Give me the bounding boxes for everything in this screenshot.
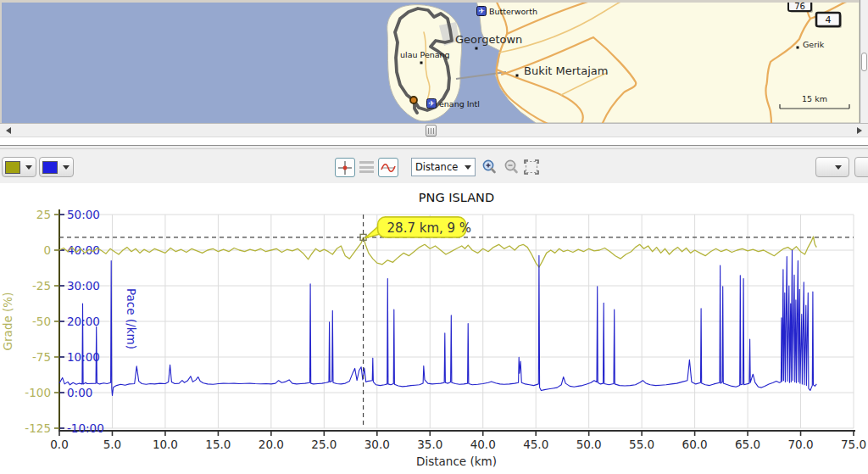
city-dot-gerik <box>797 47 799 49</box>
crosshair-toggle-button[interactable] <box>335 158 355 177</box>
pace-tick-label: -10:00 <box>67 421 104 435</box>
airport-icon-penang-intl: ✈ <box>427 99 437 109</box>
chart-toolbar: Distance <box>0 149 868 183</box>
map-label-butterworth: Butterworth <box>489 7 537 16</box>
chevron-down-icon <box>835 165 842 170</box>
pace-color-picker-button[interactable] <box>39 157 74 177</box>
airport-icon-butterworth: ✈ <box>477 7 487 16</box>
wave-icon <box>381 160 396 176</box>
grade-tick-label: -125 <box>25 421 51 435</box>
chevron-down-icon <box>25 165 32 170</box>
fit-selection-icon <box>523 159 540 176</box>
pace-tick-label: 50:00 <box>67 208 100 221</box>
spacer-band <box>0 138 868 145</box>
x-tick-label: 65.0 <box>735 438 760 451</box>
grade-pace-chart[interactable]: 250-25-50-75-100-12550:0040:0030:0020:00… <box>0 183 868 474</box>
tooltip-text: 28.7 km, 9 % <box>387 220 472 236</box>
grade-tick-label: 0 <box>43 243 51 257</box>
svg-text:✈: ✈ <box>478 7 485 15</box>
x-axis-select-value: Distance <box>415 161 459 173</box>
svg-text:15 km: 15 km <box>802 94 827 103</box>
x-tick-label: 0.0 <box>50 438 68 451</box>
window-edge-left <box>0 0 2 123</box>
x-tick-label: 25.0 <box>311 438 337 451</box>
slider-right-arrow-icon[interactable] <box>855 126 864 135</box>
panel-collapse-handle[interactable] <box>861 53 867 71</box>
x-tick-label: 70.0 <box>788 438 814 451</box>
grade-series-line <box>59 237 816 267</box>
smoothed-curve-button[interactable] <box>378 158 398 177</box>
zoom-out-icon <box>503 159 520 176</box>
x-tick-label: 40.0 <box>470 438 496 451</box>
grade-tick-label: 25 <box>36 208 51 221</box>
x-tick-label: 50.0 <box>576 438 602 451</box>
x-tick-label: 35.0 <box>417 438 442 451</box>
map-label-penang-intl: enang Intl <box>439 99 480 109</box>
track-start-marker[interactable] <box>410 97 417 103</box>
chart-panel[interactable]: 250-25-50-75-100-12550:0040:0030:0020:00… <box>0 183 868 474</box>
pace-tick-label: 30:00 <box>67 279 100 293</box>
window-edge-top <box>0 0 860 3</box>
grade-axis-title: Grade (%) <box>1 293 14 351</box>
svg-text:✈: ✈ <box>428 99 435 108</box>
route-shield-4: 4 <box>816 13 842 28</box>
x-tick-label: 5.0 <box>103 438 121 451</box>
x-tick-label: 20.0 <box>259 438 284 451</box>
slider-left-arrow-icon[interactable] <box>4 126 13 135</box>
grade-tick-label: -75 <box>32 350 51 364</box>
sporttracks-window: { "icons": { "airplane": "✈" }, "map": {… <box>0 0 868 474</box>
crosshair-icon <box>337 160 353 176</box>
chart-options-dropdown-button[interactable] <box>815 157 849 177</box>
map-side-strip <box>860 0 868 123</box>
x-tick-label: 60.0 <box>682 438 708 451</box>
grid-lines-button[interactable] <box>359 161 374 173</box>
svg-text:76: 76 <box>794 2 805 11</box>
track-position-slider[interactable] <box>0 123 868 137</box>
slider-thumb[interactable] <box>426 125 437 137</box>
pace-axis-title: Pace (/km) <box>125 288 138 349</box>
map-label-bukit-mertajam: Bukit Mertajam <box>524 64 608 77</box>
x-tick-label: 15.0 <box>205 438 231 451</box>
x-tick-label: 10.0 <box>153 438 178 451</box>
zoom-fit-button[interactable] <box>522 158 541 176</box>
city-dot-pulau-penang <box>420 62 423 64</box>
grade-tick-label: -25 <box>32 279 51 293</box>
x-axis-select[interactable]: Distance <box>411 158 476 176</box>
zoom-in-button[interactable] <box>480 158 498 176</box>
slider-grip-icon <box>428 128 435 134</box>
x-tick-label: 45.0 <box>523 438 548 451</box>
mainland-shape <box>476 0 860 123</box>
map-label-georgetown: Georgetown <box>455 33 522 46</box>
grade-color-picker-button[interactable] <box>2 157 36 177</box>
x-tick-label: 75.0 <box>841 438 866 451</box>
chart-title: PNG ISLAND <box>419 191 494 204</box>
zoom-out-button[interactable] <box>502 158 520 176</box>
map-canvas[interactable]: ✈ ✈ Butterworth Georgetown ulau Penang B… <box>0 0 860 123</box>
pace-tick-label: 20:00 <box>67 315 100 328</box>
city-dot-bukit-mertajam <box>516 75 519 77</box>
x-tick-label: 55.0 <box>629 438 654 451</box>
x-axis-title: Distance (km) <box>416 454 497 468</box>
chart-extra-button[interactable] <box>854 157 868 177</box>
pace-series-line <box>59 250 816 395</box>
zoom-in-icon <box>481 159 498 176</box>
x-tick-label: 30.0 <box>364 438 390 451</box>
grade-tick-label: -50 <box>32 315 51 328</box>
grade-tick-label: -100 <box>25 386 51 399</box>
map-panel[interactable]: ✈ ✈ Butterworth Georgetown ulau Penang B… <box>0 0 868 123</box>
map-label-pulau-penang: ulau Penang <box>400 50 450 59</box>
city-dot-georgetown <box>476 47 478 50</box>
map-label-gerik: Gerik <box>803 40 825 49</box>
pace-color-swatch <box>42 161 58 174</box>
chevron-down-icon <box>63 165 70 170</box>
grade-color-swatch <box>5 161 20 174</box>
pace-tick-label: 0:00 <box>67 386 92 399</box>
chevron-down-icon <box>465 165 471 170</box>
svg-text:4: 4 <box>826 14 832 25</box>
